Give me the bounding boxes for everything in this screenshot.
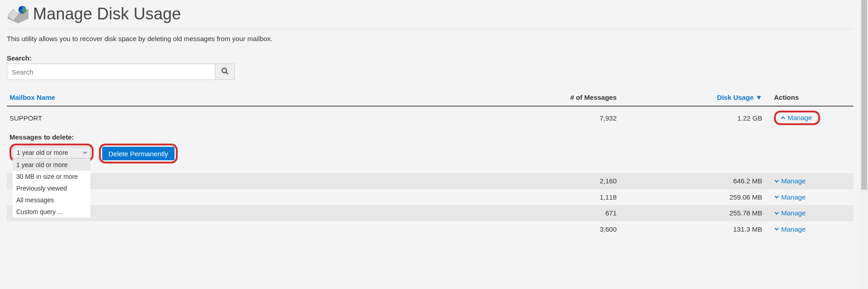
vertical-scrollbar[interactable] <box>860 0 868 289</box>
manage-label: Manage <box>781 225 806 233</box>
chevron-down-icon <box>774 210 779 216</box>
col-disk-usage-label: Disk Usage <box>717 93 754 101</box>
manage-label: Manage <box>781 177 806 185</box>
manage-toggle[interactable]: Manage <box>774 209 806 217</box>
expanded-panel: Messages to delete: 1 year old or more <box>7 129 854 173</box>
manage-toggle-expanded[interactable]: Manage <box>774 111 820 125</box>
mailbox-disk: 646.2 MB <box>619 173 765 189</box>
page-title: Manage Disk Usage <box>33 5 181 23</box>
manage-label: Manage <box>781 193 806 201</box>
chevron-down-icon <box>774 226 779 232</box>
col-disk-usage[interactable]: Disk Usage ▼ <box>717 93 762 101</box>
mailbox-messages: 3,600 <box>510 221 619 238</box>
mailbox-messages: 7,932 <box>510 106 619 129</box>
search-button[interactable] <box>215 64 235 80</box>
page-header: Manage Disk Usage <box>7 3 854 29</box>
search-icon <box>221 67 228 76</box>
mailbox-disk: 1.22 GB <box>619 106 765 129</box>
dropdown-option[interactable]: 30 MB in size or more <box>13 171 90 182</box>
chevron-down-icon <box>83 149 87 156</box>
manage-toggle[interactable]: Manage <box>774 177 806 185</box>
mailbox-messages: 1,118 <box>510 189 619 205</box>
manage-toggle[interactable]: Manage <box>774 193 806 201</box>
col-messages: # of Messages <box>510 89 619 106</box>
mailbox-messages: 2,160 <box>510 173 619 189</box>
delete-button-wrap: Delete Permanently <box>99 144 178 163</box>
dropdown-option[interactable]: Custom query ... <box>13 206 90 218</box>
dropdown-option[interactable]: Previously viewed <box>13 182 90 194</box>
delete-filter-group: 1 year old or more 1 year old or more 30… <box>9 144 94 162</box>
chevron-down-icon <box>774 178 779 184</box>
delete-filter-selected: 1 year old or more <box>17 149 68 156</box>
manage-label: Manage <box>781 209 806 217</box>
search-input[interactable] <box>7 64 215 80</box>
delete-permanently-button[interactable]: Delete Permanently <box>102 147 175 160</box>
table-row: 3,600 131.3 MB Manage <box>7 221 854 238</box>
col-actions: Actions <box>765 89 854 106</box>
table-row: SUPPORT 7,932 1.22 GB Manage <box>7 106 854 129</box>
col-mailbox-name[interactable]: Mailbox Name <box>9 93 55 101</box>
mailbox-disk: 131.3 MB <box>619 221 765 238</box>
svg-line-3 <box>226 72 228 74</box>
table-row: 2,160 646.2 MB Manage <box>7 173 854 189</box>
mailbox-disk: 259.06 MB <box>619 189 765 205</box>
manage-toggle[interactable]: Manage <box>774 225 806 233</box>
mailbox-table: Mailbox Name # of Messages Disk Usage ▼ … <box>7 89 854 237</box>
scrollbar-thumb[interactable] <box>861 0 867 190</box>
chevron-up-icon <box>780 115 786 121</box>
disk-usage-icon <box>7 3 29 25</box>
table-row: 1,118 259.06 MB Manage <box>7 189 854 205</box>
svg-point-2 <box>222 68 226 73</box>
mailbox-name: SUPPORT <box>7 106 510 129</box>
delete-filter-dropdown: 1 year old or more 30 MB in size or more… <box>13 159 90 218</box>
search-label: Search: <box>7 54 854 62</box>
sort-desc-icon: ▼ <box>755 93 762 101</box>
table-row: 671 255.78 MB Manage <box>7 205 854 221</box>
manage-label: Manage <box>788 114 812 121</box>
messages-to-delete-label: Messages to delete: <box>9 133 851 141</box>
mailbox-disk: 255.78 MB <box>619 205 765 221</box>
page-description: This utility allows you to recover disk … <box>7 35 854 42</box>
mailbox-name <box>7 221 510 238</box>
chevron-down-icon <box>774 194 779 200</box>
mailbox-messages: 671 <box>510 205 619 221</box>
dropdown-option[interactable]: All messages <box>13 194 90 206</box>
dropdown-option[interactable]: 1 year old or more <box>13 159 90 171</box>
delete-filter-select[interactable]: 1 year old or more <box>13 147 90 158</box>
